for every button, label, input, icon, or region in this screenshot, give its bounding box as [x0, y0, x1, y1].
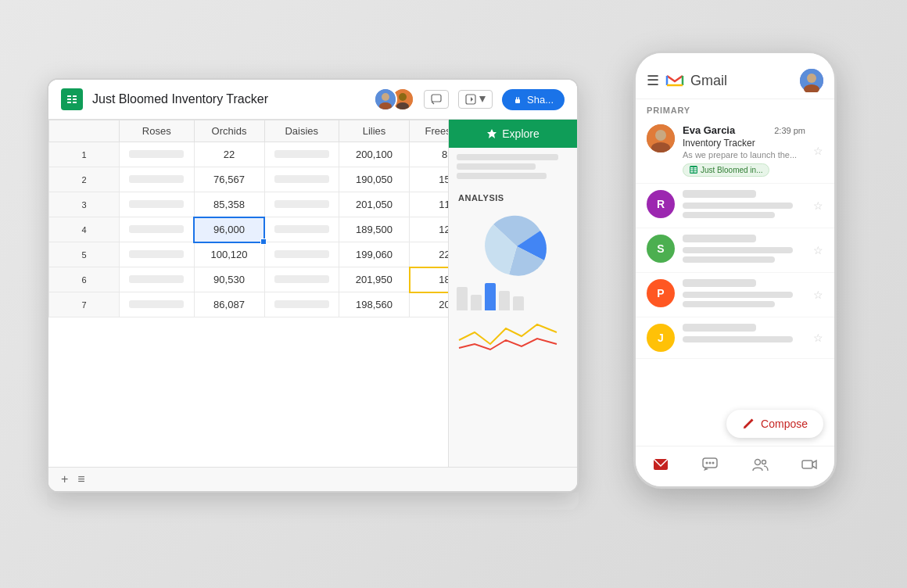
analysis-label: ANALYSIS [449, 185, 577, 207]
share-button[interactable]: Sha... [502, 89, 565, 110]
gmail-title: Gmail [690, 73, 794, 89]
svg-point-11 [399, 93, 407, 101]
star-icon-j[interactable]: ☆ [813, 332, 823, 344]
svg-marker-16 [471, 97, 473, 102]
svg-rect-30 [690, 170, 694, 171]
phone: ☰ Gmail PRIMARY [633, 51, 837, 489]
line-chart [455, 317, 565, 356]
col-header-daisies[interactable]: Daisies [264, 120, 339, 142]
sender-avatar-s: S [647, 235, 675, 263]
sender-avatar-r: R [647, 190, 675, 218]
add-sheet-icon[interactable]: + [61, 472, 68, 486]
phone-bottom-nav [636, 446, 834, 486]
col-header-roses[interactable]: Roses [120, 120, 195, 142]
sheets-menu-icon[interactable]: ≡ [77, 472, 84, 486]
table-row: 3 85,358 201,050 11 [49, 192, 449, 217]
table-row: 2 76,567 190,050 15 [49, 167, 449, 192]
email-content-p [683, 279, 805, 310]
svg-rect-31 [694, 170, 697, 171]
side-panel: Explore ANALYSIS [448, 120, 577, 467]
chip-label: Just Bloomed in... [701, 166, 762, 174]
comment-button[interactable] [424, 90, 449, 109]
svg-rect-33 [694, 171, 697, 173]
svg-rect-29 [694, 167, 697, 169]
nav-chat-icon[interactable] [692, 453, 728, 480]
email-content-s [683, 235, 805, 266]
nav-video-icon[interactable] [791, 453, 827, 480]
compose-area: Compose [636, 402, 834, 446]
email-preview-eva: As we prepare to launch the... [683, 150, 805, 160]
svg-marker-42 [812, 461, 816, 468]
line-chart-area [449, 314, 577, 362]
pie-chart [474, 213, 552, 276]
pie-chart-area [449, 207, 577, 282]
email-item-r[interactable]: R ☆ [636, 184, 834, 228]
email-time-eva: 2:39 pm [774, 126, 805, 135]
svg-point-40 [762, 461, 765, 464]
svg-point-36 [706, 462, 708, 464]
email-item-s[interactable]: S ☆ [636, 228, 834, 273]
sheet-main: Roses Orchids Daisies Lilies Freesias Tu… [48, 120, 448, 467]
share-label: Sha... [527, 94, 554, 106]
user-avatar[interactable] [800, 69, 823, 92]
move-button[interactable] [458, 90, 493, 109]
laptop-base [47, 493, 579, 510]
compose-icon [742, 418, 755, 430]
svg-point-37 [709, 462, 712, 464]
col-header-orchids[interactable]: Orchids [194, 120, 264, 142]
sheet-title: Just Bloomed Inventory Tracker [92, 92, 364, 106]
sheet-body: Roses Orchids Daisies Lilies Freesias Tu… [48, 120, 577, 467]
star-icon-p[interactable]: ☆ [813, 289, 823, 301]
svg-rect-5 [67, 102, 71, 103]
sender-avatar-eva [647, 124, 675, 152]
table-row: 4 96,000 189,500 12 [49, 217, 449, 242]
svg-point-38 [712, 462, 715, 464]
gmail-header: ☰ Gmail [636, 63, 834, 99]
svg-marker-20 [487, 129, 497, 138]
sheet-footer: + ≡ [48, 467, 577, 491]
email-content-j [683, 324, 805, 346]
email-item-j[interactable]: J ☆ [636, 317, 834, 359]
phone-status-bar [636, 53, 834, 63]
table-row: 7 86,087 198,560 20 [49, 292, 449, 317]
email-chip-eva: Just Bloomed in... [683, 163, 769, 177]
hamburger-icon[interactable]: ☰ [647, 72, 659, 89]
table-row: 6 90,530 201,950 18 [49, 267, 449, 292]
email-content-r [683, 190, 805, 221]
nav-mail-icon[interactable] [643, 453, 679, 480]
nav-people-icon[interactable] [742, 453, 778, 480]
svg-rect-41 [802, 461, 812, 468]
gmail-m-icon [665, 71, 684, 90]
chip-sheets-icon [690, 166, 697, 174]
row-num-header [49, 120, 120, 142]
svg-rect-6 [73, 102, 77, 103]
email-item-p[interactable]: P ☆ [636, 273, 834, 317]
email-item-eva[interactable]: Eva Garcia 2:39 pm Inventory Tracker As … [636, 118, 834, 184]
sender-avatar-j: J [647, 324, 675, 352]
col-header-lilies[interactable]: Lilies [339, 120, 410, 142]
svg-rect-2 [73, 95, 77, 97]
svg-rect-32 [690, 171, 694, 173]
svg-point-25 [655, 130, 666, 141]
star-icon-eva[interactable]: ☆ [813, 145, 823, 157]
sender-name-eva: Eva Garcia [683, 124, 735, 136]
star-icon-r[interactable]: ☆ [813, 199, 823, 212]
svg-point-8 [382, 93, 389, 101]
data-table: Roses Orchids Daisies Lilies Freesias Tu… [48, 120, 448, 317]
svg-point-39 [755, 460, 760, 465]
explore-button[interactable]: Explore [449, 120, 577, 148]
svg-rect-3 [67, 99, 71, 100]
laptop-screen: Just Bloomed Inventory Tracker [47, 78, 579, 493]
col-header-freesias[interactable]: Freesias [410, 120, 449, 142]
email-subject-eva: Inventory Tracker [683, 138, 805, 149]
avatar-1 [374, 88, 397, 111]
primary-tab-label: PRIMARY [636, 99, 834, 118]
compose-button[interactable]: Compose [726, 410, 823, 438]
sheets-icon [61, 88, 83, 110]
compose-label: Compose [761, 418, 808, 430]
star-icon-s[interactable]: ☆ [813, 244, 823, 256]
spreadsheet-app: Just Bloomed Inventory Tracker [48, 80, 577, 491]
svg-marker-17 [479, 96, 486, 102]
email-content-eva: Eva Garcia 2:39 pm Inventory Tracker As … [683, 124, 805, 177]
laptop: Just Bloomed Inventory Tracker [47, 78, 610, 532]
